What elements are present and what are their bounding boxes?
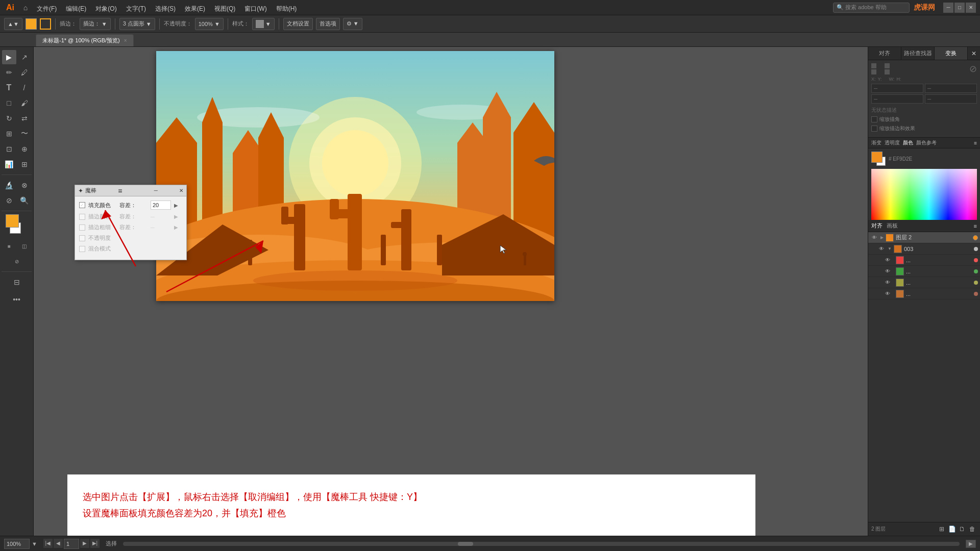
- menu-help[interactable]: 帮助(H): [272, 2, 301, 14]
- zoom-dropdown[interactable]: ▼: [32, 541, 37, 547]
- extra-options-button[interactable]: ⚙ ▼: [343, 18, 362, 30]
- stroke-width-checkbox[interactable]: [79, 224, 85, 231]
- pencil-tool[interactable]: 🖊: [17, 65, 32, 80]
- rectangle-tool[interactable]: □: [2, 96, 16, 110]
- scrollbar-thumb[interactable]: [458, 542, 473, 546]
- preferences-button[interactable]: 首选项: [316, 18, 340, 30]
- document-tab[interactable]: 未标题-1* @ 100% (RGB/预览) ×: [36, 34, 134, 46]
- sublayer-red-visibility[interactable]: 👁: [884, 257, 892, 263]
- fill-tolerance-arrow[interactable]: ▶: [174, 203, 178, 208]
- align-tab[interactable]: 对齐: [868, 47, 901, 60]
- menu-file[interactable]: 文件(F): [33, 2, 61, 14]
- selection-tool[interactable]: ▶: [2, 50, 16, 64]
- close-button[interactable]: ✕: [966, 3, 976, 13]
- delete-layer-btn[interactable]: 🗑: [968, 524, 977, 534]
- layers-tab[interactable]: 对齐: [871, 222, 883, 230]
- new-sublayer-btn[interactable]: 📄: [947, 524, 957, 534]
- home-icon[interactable]: ⌂: [19, 2, 32, 14]
- menu-view[interactable]: 视图(Q): [210, 2, 239, 14]
- interpolate-selector[interactable]: 插边： ▼: [80, 18, 111, 30]
- panel-close-button[interactable]: ✕: [179, 188, 183, 193]
- y-input[interactable]: [925, 84, 977, 93]
- x-input[interactable]: [871, 84, 923, 93]
- next-page-btn[interactable]: ▶: [80, 539, 89, 548]
- new-layer-btn[interactable]: 🗋: [958, 524, 967, 534]
- sublayer-orange-visibility[interactable]: 👁: [884, 291, 892, 296]
- fill-none-btn[interactable]: ⊘: [10, 254, 24, 268]
- scale-tool[interactable]: ⊞: [2, 127, 16, 141]
- type-tool[interactable]: T: [2, 81, 16, 95]
- sublayer-yellow-visibility[interactable]: 👁: [884, 280, 892, 285]
- menu-text[interactable]: 文字(T): [122, 2, 150, 14]
- gradient-btn[interactable]: ◫: [17, 239, 32, 253]
- extra-tools-btn[interactable]: •••: [10, 292, 24, 307]
- close-right-panel[interactable]: ✕: [968, 47, 980, 60]
- color-mode-btn[interactable]: ■: [2, 239, 16, 253]
- fill-color-swatch[interactable]: [26, 18, 37, 30]
- menu-select[interactable]: 选择(S): [151, 2, 180, 14]
- color-swatch-area[interactable]: [871, 152, 886, 166]
- opacity-checkbox[interactable]: [79, 235, 85, 241]
- zoom-input[interactable]: [4, 539, 30, 549]
- sublayer-green-visibility[interactable]: 👁: [884, 268, 892, 274]
- sublayer-yellow-row[interactable]: 👁 ...: [868, 277, 980, 288]
- horizontal-scrollbar[interactable]: [123, 542, 960, 546]
- blend-tool[interactable]: ⊗: [17, 178, 32, 192]
- pathfinder-tab[interactable]: 路径查找器: [901, 47, 935, 60]
- sublayer-003-expand[interactable]: ▼: [888, 246, 892, 251]
- panel-minimize-button[interactable]: ─: [154, 188, 158, 193]
- gradient-tab-label[interactable]: 渐变: [871, 139, 881, 146]
- zoom-tool[interactable]: 🔍: [17, 193, 32, 208]
- menu-effect[interactable]: 效果(E): [181, 2, 209, 14]
- color-spectrum[interactable]: [871, 169, 977, 220]
- first-page-btn[interactable]: |◀: [43, 539, 53, 548]
- menu-edit[interactable]: 编辑(E): [62, 2, 90, 14]
- page-input[interactable]: [64, 539, 79, 549]
- pen-tool[interactable]: ✏: [2, 65, 16, 80]
- scale-strokes-checkbox[interactable]: [871, 126, 877, 132]
- stroke-color-swatch[interactable]: [40, 18, 51, 30]
- blend-mode-checkbox[interactable]: [79, 246, 85, 252]
- scale-corners-checkbox[interactable]: [871, 116, 877, 122]
- doc-settings-button[interactable]: 文档设置: [283, 18, 313, 30]
- sublayer-003-visibility[interactable]: 👁: [877, 246, 886, 252]
- tab-close-button[interactable]: ×: [124, 38, 127, 43]
- transparency-tab-label[interactable]: 透明度: [885, 139, 900, 146]
- eraser-tool[interactable]: ⊘: [2, 193, 16, 208]
- color-ref-tab-label[interactable]: 颜色参考: [916, 139, 937, 146]
- column-graph-tool[interactable]: 📊: [2, 157, 16, 171]
- minimize-button[interactable]: ─: [943, 3, 953, 13]
- transform-tab[interactable]: 变换: [935, 47, 968, 60]
- symbol-tool[interactable]: ⊕: [17, 142, 32, 156]
- points-selector[interactable]: 3 点圆形 ▼: [119, 18, 155, 30]
- opacity-selector[interactable]: 100% ▼: [195, 18, 224, 30]
- tool-selector[interactable]: ▲▼: [4, 18, 22, 30]
- artboard-tab[interactable]: 画板: [887, 222, 898, 230]
- color-spectrum-container[interactable]: [868, 169, 980, 220]
- maximize-button[interactable]: □: [954, 3, 965, 13]
- sublayer-green-row[interactable]: 👁 ...: [868, 266, 980, 277]
- make-clip-mask-btn[interactable]: ⊞: [937, 524, 946, 534]
- change-screen-btn[interactable]: ⊟: [10, 275, 24, 289]
- layers-menu[interactable]: ≡: [974, 223, 977, 229]
- fill-tolerance-input[interactable]: [151, 201, 171, 210]
- color-panel-menu[interactable]: ≡: [974, 140, 977, 146]
- prev-page-btn[interactable]: ◀: [54, 539, 63, 548]
- search-bar[interactable]: 🔍 搜索 adobe 帮助: [833, 3, 910, 13]
- w-input[interactable]: [871, 94, 923, 104]
- sublayer-003-row[interactable]: 👁 ▼ 003: [868, 243, 980, 255]
- direct-selection-tool[interactable]: ↗: [17, 50, 32, 64]
- menu-object[interactable]: 对象(O): [91, 2, 120, 14]
- paintbrush-tool[interactable]: 🖌: [17, 96, 32, 110]
- last-page-btn[interactable]: ▶|: [90, 539, 100, 548]
- fill-color-checkbox[interactable]: ✓: [79, 202, 85, 208]
- warp-tool[interactable]: 〜: [17, 127, 32, 141]
- scroll-right-btn[interactable]: ▶: [966, 540, 976, 548]
- menu-window[interactable]: 窗口(W): [240, 2, 271, 14]
- layer-2-row[interactable]: 👁 ▶ 图层 2: [868, 232, 980, 243]
- panel-options-button[interactable]: ≡: [118, 187, 122, 195]
- style-selector[interactable]: ▼: [252, 18, 275, 30]
- layer-2-visibility[interactable]: 👁: [870, 235, 878, 240]
- layer-2-expand[interactable]: ▶: [880, 235, 884, 240]
- sublayer-orange-row[interactable]: 👁 ...: [868, 288, 980, 299]
